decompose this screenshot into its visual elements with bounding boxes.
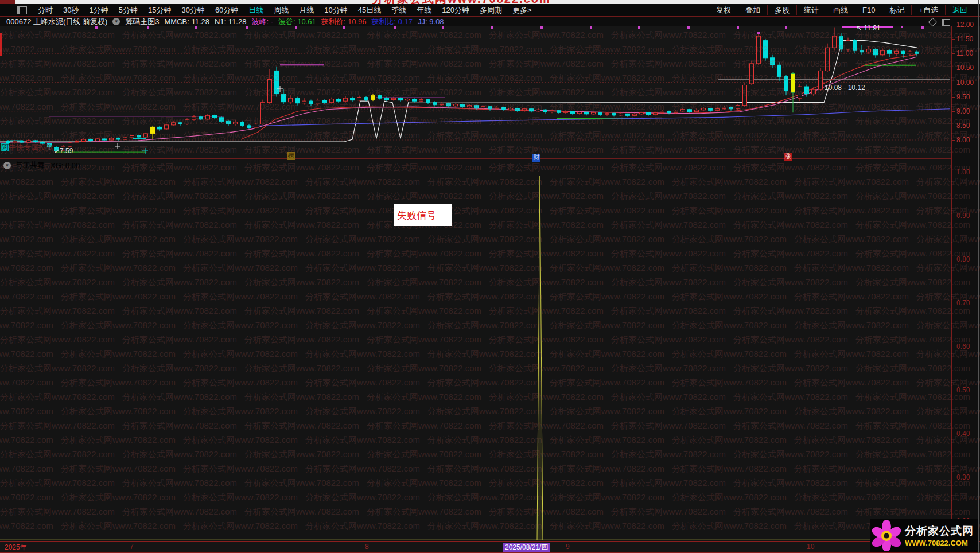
menu-item-6[interactable]: 60分钟: [210, 5, 243, 15]
candle-body: [468, 106, 472, 107]
candle-body: [736, 106, 740, 109]
candle-body: [488, 107, 492, 109]
candle-body: [316, 100, 320, 104]
candle-body: [96, 139, 100, 141]
corner-annotation: 阿牛快专属投资: [1, 142, 53, 153]
info-token-3: N1: 11.28: [215, 17, 246, 26]
candle-body: [874, 49, 878, 55]
right-menu-item-8[interactable]: 返回: [945, 5, 974, 15]
candle-body: [516, 108, 520, 111]
marker-dot: [901, 26, 903, 28]
timeline-label-5[interactable]: 10: [807, 543, 814, 551]
info-token-5: 波谷: 10.61: [278, 17, 316, 27]
candle-body: [564, 111, 568, 112]
menu-item-14[interactable]: 120分钟: [437, 5, 475, 15]
event-badge-0[interactable]: 榜: [287, 152, 295, 160]
candle-body: [82, 139, 86, 142]
marker-dot: [737, 26, 739, 29]
menu-item-12[interactable]: 季线: [386, 5, 411, 15]
diamond-icon[interactable]: [930, 19, 936, 25]
event-badge-2[interactable]: 涨: [784, 153, 792, 161]
menu-item-10[interactable]: 10分钟: [319, 5, 352, 15]
signal-label-box: 失败信号: [394, 204, 452, 226]
candle-body: [378, 95, 382, 98]
info-token-1: 筹码主图3: [125, 17, 159, 27]
candlestick-layer: [0, 26, 980, 159]
right-menu-item-2[interactable]: 多股: [767, 5, 796, 15]
candle-body: [337, 99, 341, 102]
candle-body: [461, 104, 465, 107]
candle-body: [543, 110, 547, 112]
candle-body: [282, 94, 286, 102]
indicator-axis-label: 1.00: [956, 168, 980, 176]
candle-body: [178, 123, 182, 124]
marker-dot: [785, 26, 787, 29]
candle-body: [509, 108, 513, 110]
menu-item-16[interactable]: 更多>: [507, 5, 537, 15]
menu-item-5[interactable]: 30分钟: [176, 5, 209, 15]
candle-body: [640, 112, 644, 114]
banner-corner: [0, 0, 15, 4]
menu-item-7[interactable]: 日线: [243, 5, 269, 15]
timeline-label-3[interactable]: 2025/08/21/四: [503, 543, 550, 552]
axis-tick: [952, 111, 955, 112]
candle-body: [206, 115, 210, 119]
menu-item-13[interactable]: 年线: [411, 5, 437, 15]
indicator-menu-icon[interactable]: ▾: [112, 18, 120, 25]
candle-body: [172, 123, 176, 125]
menu-item-3[interactable]: 5分钟: [114, 5, 143, 15]
timeline-label-2[interactable]: 8: [365, 543, 369, 551]
indicator-panel[interactable]: [0, 159, 980, 541]
candle-body: [68, 143, 72, 146]
right-menu-item-7[interactable]: +自选: [911, 5, 945, 15]
menu-item-15[interactable]: 多周期: [475, 5, 507, 15]
candle-body: [839, 36, 843, 49]
price-axis-label: 11.50: [956, 35, 980, 43]
candle-body: [213, 115, 217, 118]
candle-body: [784, 76, 788, 91]
candle-body: [302, 101, 306, 103]
menu-item-1[interactable]: 30秒: [58, 5, 84, 15]
menu-item-9[interactable]: 月线: [294, 5, 319, 15]
window-layout-icon[interactable]: [17, 6, 27, 14]
collapse-icon[interactable]: ▾: [3, 162, 11, 169]
marker-dot: [394, 26, 396, 29]
timeline-label-4[interactable]: 9: [566, 543, 570, 551]
candle-body: [116, 138, 120, 139]
candle-body: [523, 109, 527, 111]
timeline-label-1[interactable]: 7: [130, 543, 134, 551]
candle-body: [860, 50, 864, 52]
menu-item-0[interactable]: 分时: [33, 5, 58, 15]
timeline-bar[interactable]: 2025年782025/08/21/四910: [0, 541, 980, 553]
info-token-2: MMCB: 11.28: [165, 17, 210, 26]
candle-body: [392, 98, 396, 100]
event-badge-1[interactable]: 财: [532, 154, 540, 162]
candle-body: [89, 139, 93, 141]
axis-tick: [952, 126, 955, 126]
candle-body: [536, 110, 540, 111]
menu-item-4[interactable]: 15分钟: [143, 5, 176, 15]
window-right-border[interactable]: [978, 0, 979, 553]
right-menu-item-3[interactable]: 统计: [796, 5, 826, 15]
chart-annotation-0: ↖ 11.91: [856, 24, 881, 32]
right-menu-item-6[interactable]: 标记: [882, 5, 911, 15]
menu-item-2[interactable]: 1分钟: [84, 5, 113, 15]
candlestick-panel[interactable]: [0, 26, 980, 159]
candle-body: [413, 99, 417, 102]
candle-body: [578, 112, 582, 114]
split-window-icon[interactable]: [942, 19, 950, 26]
menu-item-8[interactable]: 周线: [269, 5, 294, 15]
indicator-axis-label: 0.60: [956, 342, 980, 351]
candle-body: [777, 65, 781, 76]
timeline-label-0[interactable]: 2025年: [5, 543, 27, 552]
right-menu-item-5[interactable]: F10: [855, 6, 882, 14]
right-menu-item-4[interactable]: 画线: [826, 5, 855, 15]
candle-body: [771, 58, 775, 65]
ma-red: [241, 54, 917, 139]
right-menu-item-0[interactable]: 复权: [709, 5, 738, 15]
menu-item-11[interactable]: 45日线: [353, 5, 386, 15]
right-menu-item-1[interactable]: 叠加: [738, 5, 767, 15]
candle-body: [406, 99, 410, 100]
candle-body: [915, 52, 919, 53]
candle-body: [137, 135, 141, 137]
